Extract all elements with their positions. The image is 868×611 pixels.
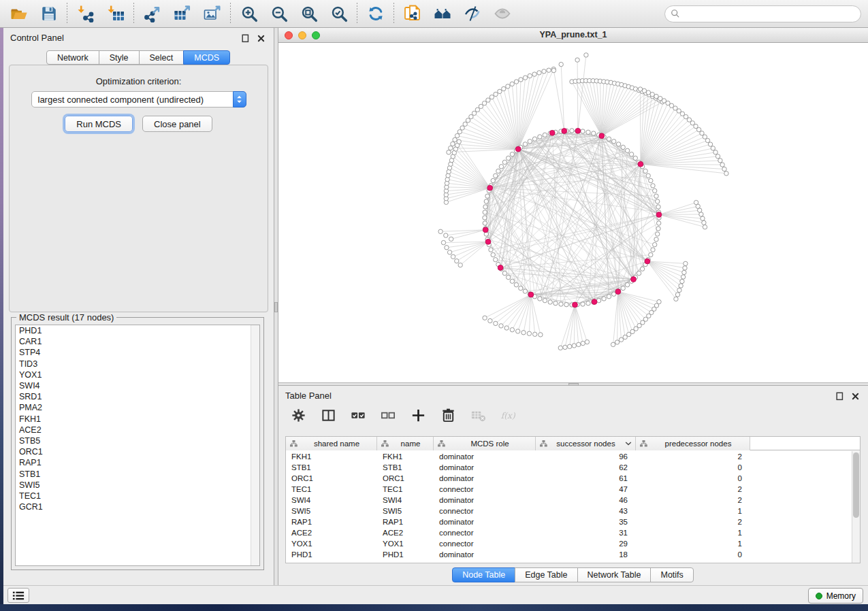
float-window-icon[interactable]	[240, 33, 250, 43]
network-window-titlebar[interactable]: YPA_prune.txt_1	[278, 28, 868, 43]
network-graph[interactable]	[278, 43, 868, 382]
table-row[interactable]: SWI4SWI4dominator462	[286, 495, 852, 506]
list-item[interactable]: STB5	[16, 435, 259, 446]
tab-style[interactable]: Style	[99, 50, 140, 65]
scrollbar-thumb[interactable]	[853, 452, 859, 518]
save-session-button[interactable]	[37, 3, 61, 24]
select-all-button[interactable]	[349, 406, 368, 425]
close-panel-icon[interactable]	[256, 33, 266, 43]
settings-button[interactable]	[289, 406, 308, 425]
zoom-selected-button[interactable]	[327, 3, 351, 24]
table-cell: dominator	[434, 451, 536, 462]
deselect-all-button[interactable]	[379, 406, 398, 425]
table-row[interactable]: YOX1YOX1connector291	[286, 538, 852, 549]
close-panel-button[interactable]: Close panel	[142, 116, 212, 132]
table-cell: STB1	[286, 462, 377, 473]
column-header-name[interactable]: name	[377, 437, 434, 450]
list-item[interactable]: RAP1	[16, 457, 259, 468]
list-item[interactable]: ORC1	[16, 446, 259, 457]
table-row[interactable]: ACE2ACE2connector311	[286, 527, 852, 538]
column-header-MCDS-role[interactable]: MCDS role	[434, 437, 536, 450]
show-hidden-button[interactable]	[490, 3, 514, 24]
list-item[interactable]: PHD1	[16, 325, 259, 336]
column-header-predecessor-nodes[interactable]: predecessor nodes	[636, 437, 750, 450]
delete-table-button[interactable]	[469, 406, 487, 425]
function-builder-button[interactable]: f(x)	[499, 406, 517, 425]
close-panel-icon[interactable]	[850, 391, 860, 401]
column-type-icon	[640, 440, 647, 447]
list-item[interactable]: TID3	[16, 359, 259, 369]
refresh-view-button[interactable]	[364, 3, 387, 24]
show-columns-button[interactable]	[319, 406, 338, 425]
control-panel: Control Panel NetworkStyleSelectMCDS Opt…	[3, 28, 274, 585]
table-scrollbar[interactable]	[852, 451, 860, 563]
tab-edge-table[interactable]: Edge Table	[515, 567, 577, 582]
table-row[interactable]: PHD1PHD1dominator180	[286, 549, 852, 560]
table-row[interactable]: TEC1TEC1connector472	[286, 484, 852, 495]
column-header-shared-name[interactable]: shared name	[286, 437, 377, 450]
first-neighbors-button[interactable]	[430, 3, 454, 24]
export-table-button[interactable]	[170, 3, 194, 24]
table-header-row: shared namenameMCDS rolesuccessor nodesp…	[286, 437, 860, 450]
table-row[interactable]: FKH1FKH1dominator962	[286, 451, 852, 462]
hide-selected-button[interactable]	[460, 3, 484, 24]
column-header-label: shared name	[300, 440, 376, 448]
search-input[interactable]	[680, 9, 861, 18]
panels-menu-button[interactable]	[7, 588, 29, 603]
network-canvas[interactable]	[278, 43, 868, 382]
float-window-icon[interactable]	[835, 391, 844, 401]
criterion-select[interactable]: largest connected component (undirected)	[31, 91, 246, 108]
add-column-button[interactable]	[409, 406, 428, 425]
sort-descending-icon	[625, 442, 632, 446]
list-item[interactable]: GCR1	[16, 501, 259, 512]
table-row[interactable]: ORC1ORC1dominator610	[286, 473, 852, 484]
run-mcds-button[interactable]: Run MCDS	[65, 116, 133, 132]
new-network-from-selection-button[interactable]	[400, 3, 424, 24]
zoom-out-button[interactable]	[267, 3, 291, 24]
list-item[interactable]: FKH1	[16, 414, 259, 425]
import-network-button[interactable]	[74, 3, 97, 24]
export-image-button[interactable]	[200, 3, 224, 24]
toolbar-separator	[67, 3, 67, 24]
list-item[interactable]: SRD1	[16, 391, 259, 402]
tab-mcds[interactable]: MCDS	[183, 50, 230, 65]
memory-button[interactable]: Memory	[808, 588, 863, 604]
table-cell: 2	[636, 495, 750, 506]
list-item[interactable]: CAR1	[16, 336, 259, 347]
delete-column-button[interactable]	[439, 406, 457, 425]
list-item[interactable]: SWI4	[16, 380, 259, 391]
tab-network[interactable]: Network	[46, 50, 99, 65]
list-item[interactable]: TEC1	[16, 491, 259, 501]
save-session-icon	[40, 5, 58, 22]
memory-status-icon	[816, 593, 822, 599]
list-item[interactable]: STB1	[16, 469, 259, 480]
table-row[interactable]: RAP1RAP1dominator352	[286, 516, 852, 527]
table-row[interactable]: STB1STB1dominator620	[286, 462, 852, 473]
splitter-grabber[interactable]	[274, 302, 278, 312]
list-item[interactable]: ACE2	[16, 425, 259, 435]
tab-motifs[interactable]: Motifs	[650, 567, 693, 582]
table-row[interactable]: SWI5SWI5connector431	[286, 506, 852, 516]
zoom-fit-button[interactable]	[297, 3, 321, 24]
import-table-button[interactable]	[103, 3, 127, 24]
export-network-button[interactable]	[140, 3, 164, 24]
column-header-successor-nodes[interactable]: successor nodes	[536, 437, 636, 450]
table-cell: ORC1	[377, 473, 434, 484]
tab-node-table[interactable]: Node Table	[452, 567, 515, 582]
open-file-button[interactable]	[7, 3, 31, 24]
zoom-in-button[interactable]	[237, 3, 261, 24]
toolbar-group	[400, 3, 514, 24]
tab-network-table[interactable]: Network Table	[577, 567, 652, 582]
table-cell: STB1	[377, 462, 434, 473]
toolbar-group	[237, 3, 351, 24]
list-scrollbar[interactable]	[251, 325, 259, 565]
list-item[interactable]: PMA2	[16, 402, 259, 413]
list-item[interactable]: YOX1	[16, 369, 259, 380]
hide-selected-icon	[464, 5, 481, 22]
list-item[interactable]: SWI5	[16, 480, 259, 491]
main-toolbar	[0, 0, 868, 28]
tab-select[interactable]: Select	[139, 50, 184, 65]
table-cell: 0	[636, 549, 750, 560]
table-cell: 1	[636, 506, 750, 516]
list-item[interactable]: STP4	[16, 347, 259, 358]
